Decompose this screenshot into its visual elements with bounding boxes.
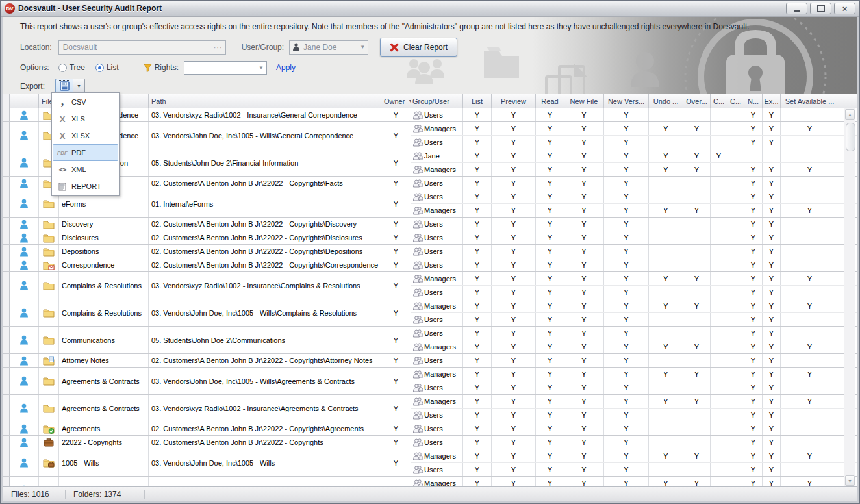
- group-subrow[interactable]: ManagersYYYYYYYYYY: [411, 122, 857, 136]
- export-save-button[interactable]: [55, 79, 73, 94]
- scroll-up-button[interactable]: ▲: [845, 109, 855, 120]
- perm-cell: [711, 354, 727, 367]
- header-perm-3[interactable]: New File: [564, 94, 604, 108]
- group-subrow[interactable]: ManagersYYYYYYYYYY: [411, 204, 857, 217]
- group-subrow[interactable]: JaneYYYYYYYY: [411, 149, 857, 163]
- table-row[interactable]: Agreements02. Customers\A Benton John B …: [3, 422, 857, 436]
- table-row[interactable]: Complains & Resolutions03. Vendors\John …: [3, 299, 857, 327]
- export-menu-item-xls[interactable]: XXLS: [53, 110, 118, 127]
- group-subrow[interactable]: UsersYYYYYYY: [411, 258, 857, 271]
- group-subrow[interactable]: UsersYYYYYYY: [411, 286, 857, 299]
- header-perm-4[interactable]: New Vers...: [604, 94, 649, 108]
- header-path[interactable]: Path: [149, 94, 381, 108]
- export-dropdown-button[interactable]: ▼: [73, 79, 85, 94]
- group-subrow[interactable]: UsersYYYYYYY: [411, 313, 857, 326]
- chevron-down-icon: ▼: [360, 44, 368, 50]
- radio-tree[interactable]: Tree: [58, 63, 85, 72]
- clear-report-button[interactable]: Clear Report: [380, 38, 457, 57]
- perm-cell: Y: [683, 477, 711, 486]
- perm-cell: Y: [492, 286, 536, 299]
- header-perm-6[interactable]: Over...: [683, 94, 711, 108]
- header-perm-5[interactable]: Undo ...: [649, 94, 683, 108]
- perm-cell: Y: [564, 258, 604, 271]
- usergroup-select[interactable]: Jane Doe ▼: [289, 40, 368, 55]
- group-subrow[interactable]: UsersYYYYYYY: [411, 108, 857, 121]
- group-subrow[interactable]: UsersYYYYYYY: [411, 245, 857, 258]
- group-subrow[interactable]: ManagersYYYYYYYYYY: [411, 368, 857, 381]
- excel-x-icon: X: [53, 131, 71, 141]
- table-row[interactable]: Complains & Resolutions03. Vendors\xyz R…: [3, 272, 857, 299]
- browse-ellipsis-button[interactable]: ···: [214, 44, 225, 51]
- group-subrow[interactable]: UsersYYYYYYY: [411, 218, 857, 231]
- user-icon: [19, 424, 29, 434]
- header-group-user[interactable]: Group/User: [411, 94, 463, 108]
- header-owner[interactable]: Owner▼: [381, 94, 411, 108]
- export-menu-item-csv[interactable]: ,CSV: [53, 94, 118, 110]
- user-icon: [19, 335, 29, 345]
- group-subrow[interactable]: ManagersYYYYYYYYYY: [411, 477, 857, 486]
- location-input[interactable]: Docsvault ···: [58, 40, 226, 55]
- table-row[interactable]: Facts02. Customers\A Benton John B Jr\22…: [3, 177, 857, 190]
- group-subrow[interactable]: UsersYYYYYYY: [411, 190, 857, 204]
- export-menu-item-xlsx[interactable]: XXLSX: [53, 127, 118, 144]
- group-subrow[interactable]: UsersYYYYYYY: [411, 354, 857, 367]
- minimize-button[interactable]: [786, 3, 807, 14]
- group-subrow[interactable]: UsersYYYYYYY: [411, 381, 857, 394]
- group-subrow[interactable]: UsersYYYYYYY: [411, 436, 857, 449]
- table-row[interactable]: General Correpondence03. Vendors\John Do…: [3, 122, 857, 149]
- header-gutter[interactable]: [3, 94, 10, 108]
- group-subrow[interactable]: UsersYYYYYYY: [411, 177, 857, 190]
- vertical-scrollbar[interactable]: ▲ ▼: [844, 108, 855, 486]
- table-row[interactable]: Financial Information05. Students\John D…: [3, 149, 857, 177]
- group-subrow[interactable]: UsersYYYYYYY: [411, 463, 857, 476]
- group-subrow[interactable]: ManagersYYYYYYYYYY: [411, 299, 857, 313]
- table-row[interactable]: Attorney Notes02. Customers\A Benton Joh…: [3, 354, 857, 368]
- close-button[interactable]: ×: [834, 3, 855, 14]
- table-row[interactable]: Depositions02. Customers\A Benton John B…: [3, 245, 857, 258]
- group-subrow[interactable]: ManagersYYYYYYYYYY: [411, 163, 857, 176]
- group-subrow[interactable]: ManagersYYYYYYYYYY: [411, 395, 857, 409]
- header-perm-7[interactable]: C...: [711, 94, 727, 108]
- table-row[interactable]: Correspondence02. Customers\A Benton Joh…: [3, 258, 857, 272]
- group-subrow[interactable]: UsersYYYYYYY: [411, 231, 857, 244]
- table-row[interactable]: 1005 - Wills03. Vendors\John Doe, Inc\10…: [3, 449, 857, 477]
- apply-link[interactable]: Apply: [276, 63, 296, 72]
- header-perm-0[interactable]: List: [463, 94, 492, 108]
- group-subrow[interactable]: UsersYYYYYYY: [411, 409, 857, 422]
- group-subrow[interactable]: ManagersYYYYYYYYYY: [411, 272, 857, 286]
- table-row[interactable]: Discovery02. Customers\A Benton John B J…: [3, 218, 857, 231]
- table-row[interactable]: 22022 - Copyrights02. Customers\A Benton…: [3, 436, 857, 449]
- export-menu-item-report[interactable]: REPORT: [53, 178, 118, 195]
- header-perm-11[interactable]: Set Available ...: [781, 94, 839, 108]
- header-perm-9[interactable]: N...: [744, 94, 763, 108]
- rights-select[interactable]: ▼: [184, 61, 267, 75]
- perm-cell: Y: [683, 272, 711, 285]
- scrollbar-thumb[interactable]: [846, 123, 855, 151]
- header-perm-10[interactable]: Ex...: [763, 94, 781, 108]
- table-row[interactable]: Communications05. Students\John Doe 2\Co…: [3, 327, 857, 354]
- group-subrow[interactable]: ManagersYYYYYYYYYY: [411, 340, 857, 353]
- table-row[interactable]: Disclosures02. Customers\A Benton John B…: [3, 231, 857, 245]
- group-subrow[interactable]: UsersYYYYYYY: [411, 327, 857, 340]
- table-row[interactable]: eForms01. Internal\eFormsYUsersYYYYYYYMa…: [3, 190, 857, 218]
- table-row[interactable]: General Correpondence03. Vendors\xyz Rad…: [3, 108, 857, 122]
- header-perm-2[interactable]: Read: [536, 94, 564, 108]
- export-menu-item-xml[interactable]: <>XML: [53, 161, 118, 178]
- table-row[interactable]: 1002 - Insurance03. Vendors\xyz Radio\10…: [3, 477, 857, 486]
- perm-cell: [727, 218, 744, 231]
- group-subrow[interactable]: UsersYYYYYYY: [411, 136, 857, 149]
- user-cell: [10, 477, 39, 486]
- radio-list[interactable]: List: [95, 63, 119, 72]
- header-perm-8[interactable]: C...: [727, 94, 744, 108]
- scroll-down-button[interactable]: ▼: [845, 475, 855, 486]
- header-perm-1[interactable]: Preview: [492, 94, 536, 108]
- table-row[interactable]: Agreements & Contracts03. Vendors\John D…: [3, 368, 857, 395]
- group-subrow[interactable]: ManagersYYYYYYYYYY: [411, 449, 857, 463]
- export-menu-item-pdf[interactable]: PDFPDF: [53, 144, 118, 161]
- table-row[interactable]: Agreements & Contracts03. Vendors\xyz Ra…: [3, 395, 857, 422]
- header-user-column[interactable]: [10, 94, 39, 108]
- file-name-cell: 1002 - Insurance: [59, 477, 149, 486]
- maximize-button[interactable]: [810, 3, 831, 14]
- group-subrow[interactable]: UsersYYYYYYY: [411, 422, 857, 435]
- group-user-cell: Managers: [411, 272, 463, 285]
